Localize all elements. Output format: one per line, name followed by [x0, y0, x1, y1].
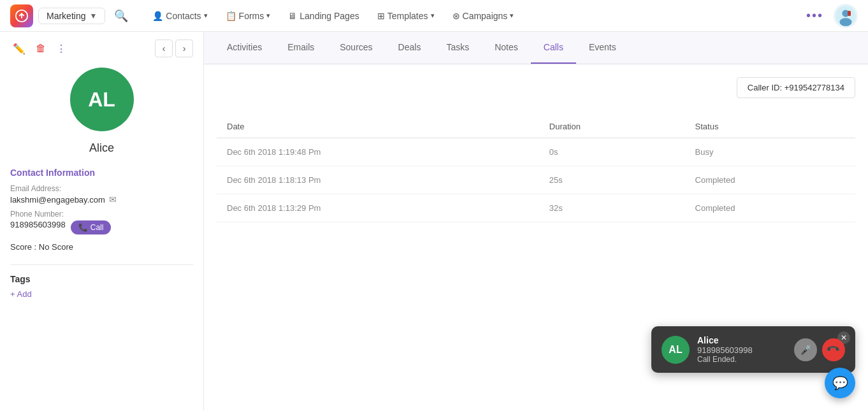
email-icon: ✉: [109, 194, 117, 205]
campaigns-icon: ⊛: [452, 11, 460, 21]
app-logo: [10, 4, 33, 27]
tab-tasks[interactable]: Tasks: [433, 32, 482, 64]
call-duration: 25s: [539, 166, 685, 194]
templates-chevron: ▾: [431, 11, 435, 20]
tab-notes[interactable]: Notes: [482, 32, 531, 64]
email-value: lakshmi@engagebay.com ✉: [10, 194, 193, 205]
tabs-bar: Activities Emails Sources Deals Tasks No…: [204, 32, 868, 64]
nav-arrows: ‹ ›: [155, 40, 193, 57]
svg-point-3: [839, 18, 851, 26]
contact-avatar: AL: [70, 68, 134, 131]
tab-sources[interactable]: Sources: [327, 32, 385, 64]
calls-content: Caller ID: +919542778134 Date Duration S…: [204, 64, 868, 411]
call-status: Busy: [685, 138, 855, 166]
landing-icon: 🖥: [288, 11, 297, 21]
tab-deals[interactable]: Deals: [386, 32, 434, 64]
content-area: Activities Emails Sources Deals Tasks No…: [204, 32, 868, 411]
user-avatar[interactable]: [834, 4, 858, 28]
main-layout: ✏️ 🗑 ⋮ ‹ › AL Alice Contact Information …: [0, 32, 868, 411]
phone-value: 918985603998: [10, 220, 66, 229]
contacts-icon: 👤: [152, 11, 163, 21]
col-status: Status: [685, 115, 855, 138]
call-duration: 0s: [539, 138, 685, 166]
svg-rect-4: [848, 11, 851, 16]
edit-button[interactable]: ✏️: [10, 40, 28, 57]
col-date: Date: [217, 115, 539, 138]
call-date: Dec 6th 2018 1:13:29 Pm: [217, 194, 539, 222]
top-nav: Marketing ▼ 🔍 👤 Contacts ▾ 📋 Forms ▾ 🖥 L…: [0, 0, 868, 32]
nav-contacts[interactable]: 👤 Contacts ▾: [145, 7, 215, 25]
score-row: Score : No Score: [10, 242, 193, 252]
tab-activities[interactable]: Activities: [214, 32, 275, 64]
tab-emails[interactable]: Emails: [275, 32, 327, 64]
popup-info: Alice 918985603998 Call Ended.: [697, 335, 786, 364]
prev-contact-button[interactable]: ‹: [155, 40, 173, 57]
nav-campaigns[interactable]: ⊛ Campaigns ▾: [445, 7, 522, 25]
next-contact-button[interactable]: ›: [175, 40, 193, 57]
search-button[interactable]: 🔍: [110, 5, 132, 27]
call-popup: ✕ AL Alice 918985603998 Call Ended. 🎤 📞: [651, 326, 855, 373]
workspace-chevron: ▼: [89, 11, 97, 20]
more-options-button[interactable]: ⋮: [54, 40, 69, 57]
nav-links: 👤 Contacts ▾ 📋 Forms ▾ 🖥 Landing Pages ⊞…: [145, 7, 521, 25]
popup-status: Call Ended.: [697, 355, 786, 364]
popup-name: Alice: [697, 335, 786, 345]
mute-button[interactable]: 🎤: [794, 338, 817, 361]
more-button[interactable]: •••: [801, 6, 828, 25]
call-date: Dec 6th 2018 1:19:48 Pm: [217, 138, 539, 166]
campaigns-chevron: ▾: [510, 11, 514, 20]
phone-icon: 📞: [78, 223, 88, 232]
info-section-title: Contact Information: [10, 168, 193, 178]
popup-avatar: AL: [662, 336, 690, 364]
caller-id-box: Caller ID: +919542778134: [737, 77, 855, 98]
call-date: Dec 6th 2018 1:18:13 Pm: [217, 166, 539, 194]
contact-name: Alice: [10, 141, 193, 155]
contact-info-section: Contact Information Email Address: laksh…: [10, 168, 193, 252]
templates-icon: ⊞: [377, 11, 385, 21]
email-label: Email Address:: [10, 184, 193, 193]
phone-row: 918985603998 📞 Call: [10, 220, 193, 234]
delete-button[interactable]: 🗑: [33, 40, 48, 57]
popup-actions: 🎤 📞: [794, 338, 845, 361]
call-status: Completed: [685, 166, 855, 194]
tags-section: Tags + Add: [10, 274, 193, 299]
calls-table: Date Duration Status Dec 6th 2018 1:19:4…: [217, 115, 855, 222]
sidebar: ✏️ 🗑 ⋮ ‹ › AL Alice Contact Information …: [0, 32, 204, 411]
forms-chevron: ▾: [266, 11, 270, 20]
divider: [10, 264, 193, 265]
nav-templates[interactable]: ⊞ Templates ▾: [370, 7, 442, 25]
forms-icon: 📋: [226, 11, 236, 21]
tab-calls[interactable]: Calls: [531, 32, 576, 64]
workspace-selector[interactable]: Marketing ▼: [38, 8, 105, 24]
col-duration: Duration: [539, 115, 685, 138]
nav-landing-pages[interactable]: 🖥 Landing Pages: [280, 7, 366, 25]
sidebar-actions: ✏️ 🗑 ⋮ ‹ ›: [10, 40, 193, 57]
call-status: Completed: [685, 194, 855, 222]
call-button[interactable]: 📞 Call: [71, 220, 112, 234]
tags-title: Tags: [10, 274, 193, 284]
table-row: Dec 6th 2018 1:19:48 Pm 0s Busy: [217, 138, 855, 166]
table-row: Dec 6th 2018 1:13:29 Pm 32s Completed: [217, 194, 855, 222]
nav-forms[interactable]: 📋 Forms ▾: [218, 7, 278, 25]
popup-phone: 918985603998: [697, 345, 786, 355]
contacts-chevron: ▾: [204, 11, 208, 20]
tab-events[interactable]: Events: [576, 32, 629, 64]
workspace-label: Marketing: [47, 11, 85, 21]
table-row: Dec 6th 2018 1:18:13 Pm 25s Completed: [217, 166, 855, 194]
call-duration: 32s: [539, 194, 685, 222]
chat-float-button[interactable]: 💬: [825, 368, 855, 398]
add-tag-button[interactable]: + Add: [10, 289, 193, 299]
phone-label: Phone Number:: [10, 210, 193, 219]
